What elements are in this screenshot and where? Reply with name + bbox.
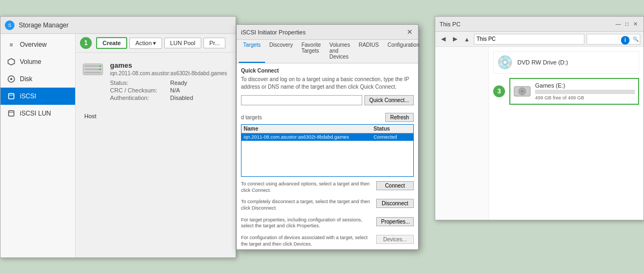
iscsi-icon bbox=[7, 92, 16, 100]
dialog-titlebar: iSCSI Initiator Properties ✕ bbox=[237, 25, 418, 40]
dialog-title: iSCSI Initiator Properties bbox=[241, 29, 305, 35]
search-icon: 🔍 bbox=[633, 37, 639, 42]
info-badge: i bbox=[621, 36, 630, 45]
quick-connect-row: Quick Connect... bbox=[241, 95, 414, 105]
lun-pool-button[interactable]: LUN Pool bbox=[164, 38, 201, 48]
window-controls: — □ ✕ bbox=[614, 20, 639, 28]
forward-button[interactable]: ▶ bbox=[450, 34, 460, 44]
action-button[interactable]: Action ▾ bbox=[129, 38, 162, 49]
sidebar-item-iscsi-lun[interactable]: iSCSI LUN bbox=[1, 105, 75, 122]
more-button[interactable]: Pr... bbox=[203, 38, 226, 48]
target-status: Connected bbox=[374, 134, 411, 140]
quick-connect-button[interactable]: Quick Connect... bbox=[364, 95, 414, 105]
step1-badge: 1 bbox=[80, 37, 92, 49]
connect-button[interactable]: Connect bbox=[376, 181, 414, 190]
disconnect-action-row: To completely disconnect a target, selec… bbox=[241, 199, 414, 212]
iscsi-lun-icon bbox=[7, 109, 16, 118]
desktop: S Storage Manager ≡ Overview Volume bbox=[0, 0, 644, 273]
connect-desc: To connect using advanced options, selec… bbox=[241, 181, 372, 193]
back-button[interactable]: ◀ bbox=[438, 34, 448, 44]
iscsi-item: games iqn.2011-08.com.asustor:as6302t-8b… bbox=[80, 57, 231, 106]
dialog-tabs: Targets Discovery Favorite Targets Volum… bbox=[237, 40, 418, 63]
close-button[interactable]: ✕ bbox=[632, 20, 639, 28]
minimize-button[interactable]: — bbox=[614, 20, 622, 28]
dvd-drive-item[interactable]: 💿 DVD RW Drive (D:) bbox=[493, 51, 639, 74]
auth-label: Authentication: bbox=[110, 95, 169, 101]
disconnect-desc: To completely disconnect a target, selec… bbox=[241, 199, 372, 211]
maximize-button[interactable]: □ bbox=[623, 20, 631, 28]
storage-manager-body: ≡ Overview Volume Disk bbox=[1, 34, 236, 257]
iscsi-props: Status: Ready CRC / Checksum: N/A Authen… bbox=[110, 80, 229, 101]
address-bar[interactable] bbox=[474, 34, 584, 45]
dialog-close-button[interactable]: ✕ bbox=[405, 28, 414, 37]
svg-rect-9 bbox=[84, 68, 101, 70]
properties-action-row: For target properties, including configu… bbox=[241, 217, 414, 231]
targets-table-header: Name Status bbox=[241, 125, 413, 133]
explorer-content: 💿 DVD RW Drive (D:) 3 bbox=[435, 47, 643, 220]
step3-badge: 3 bbox=[493, 85, 505, 97]
host-section: Host bbox=[80, 110, 231, 122]
status-value: Ready bbox=[170, 80, 229, 86]
refresh-button[interactable]: Refresh bbox=[385, 113, 414, 122]
quick-connect-input[interactable] bbox=[241, 95, 362, 105]
tab-radius[interactable]: RADIUS bbox=[354, 40, 383, 63]
targets-table-body: iqn.2011-08.com.asustor:as6302t-8bdabd.g… bbox=[241, 133, 413, 176]
file-explorer-window: This PC — □ ✕ ◀ ▶ ▲ 🔍 i bbox=[435, 16, 644, 220]
storage-manager-title: Storage Manager bbox=[19, 21, 69, 29]
disk-icon bbox=[7, 75, 16, 83]
create-button[interactable]: Create bbox=[96, 37, 127, 49]
iscsi-dialog: iSCSI Initiator Properties ✕ Targets Dis… bbox=[236, 24, 419, 250]
svg-rect-5 bbox=[9, 111, 14, 116]
games-drive-details: Games (E:) 499 GB free of 499 GB bbox=[535, 82, 635, 100]
iscsi-name: games bbox=[110, 61, 229, 69]
dvd-drive-details: DVD RW Drive (D:) bbox=[517, 59, 635, 66]
storage-manager-window: S Storage Manager ≡ Overview Volume bbox=[0, 16, 236, 258]
games-drive-item[interactable]: Games (E:) 499 GB free of 499 GB bbox=[509, 78, 639, 105]
toolbar: 1 Create Action ▾ LUN Pool Pr... bbox=[76, 34, 236, 53]
tab-configuration[interactable]: Configuration bbox=[383, 40, 423, 63]
explorer-sidebar bbox=[435, 47, 489, 220]
svg-marker-0 bbox=[8, 59, 14, 65]
target-row[interactable]: iqn.2011-08.com.asustor:as6302t-8bdabd.g… bbox=[241, 133, 413, 141]
discovered-targets-label: d targets bbox=[241, 114, 262, 120]
sidebar-item-volume[interactable]: Volume bbox=[1, 53, 75, 70]
overview-icon: ≡ bbox=[7, 40, 16, 49]
search-input[interactable] bbox=[587, 34, 640, 45]
tab-discovery[interactable]: Discovery bbox=[265, 40, 297, 63]
up-button[interactable]: ▲ bbox=[462, 34, 472, 44]
quick-connect-title: Quick Connect bbox=[241, 68, 414, 74]
games-drive-bar bbox=[535, 90, 635, 94]
disconnect-button[interactable]: Disconnect bbox=[376, 199, 414, 208]
svg-rect-10 bbox=[84, 71, 101, 74]
dialog-body: Quick Connect To discover and log on to … bbox=[237, 63, 418, 249]
devices-button[interactable]: Devices... bbox=[376, 235, 414, 244]
properties-button[interactable]: Properties... bbox=[376, 217, 414, 226]
svg-point-2 bbox=[10, 78, 12, 80]
main-content: 1 Create Action ▾ LUN Pool Pr... bbox=[76, 34, 236, 257]
iscsi-iqn: iqn.2011-08.com.asustor:as6302t-8bdabd.g… bbox=[110, 70, 229, 76]
action-buttons: To connect using advanced options, selec… bbox=[241, 181, 414, 249]
hdd-icon bbox=[514, 85, 531, 98]
iscsi-details: games iqn.2011-08.com.asustor:as6302t-8b… bbox=[110, 61, 229, 101]
app-icon: S bbox=[5, 20, 14, 30]
tab-volumes[interactable]: Volumes and Devices bbox=[325, 40, 354, 63]
sidebar-item-disk[interactable]: Disk bbox=[1, 70, 75, 88]
svg-rect-8 bbox=[84, 65, 101, 67]
host-label: Host bbox=[84, 113, 97, 119]
explorer-titlebar: This PC — □ ✕ bbox=[435, 17, 643, 32]
svg-rect-3 bbox=[9, 94, 14, 99]
explorer-title: This PC bbox=[440, 21, 460, 27]
tab-targets[interactable]: Targets bbox=[239, 40, 265, 63]
target-name: iqn.2011-08.com.asustor:as6302t-8bdabd.g… bbox=[244, 134, 374, 140]
svg-point-12 bbox=[100, 69, 101, 70]
sidebar-item-iscsi[interactable]: iSCSI bbox=[1, 88, 75, 105]
auth-value: Disabled bbox=[170, 95, 229, 101]
games-drive-free: 499 GB free of 499 GB bbox=[535, 95, 635, 100]
iscsi-item-icon bbox=[82, 61, 104, 77]
explorer-toolbar: ◀ ▶ ▲ 🔍 i bbox=[435, 32, 643, 47]
games-drive-name: Games (E:) bbox=[535, 82, 635, 89]
dvd-drive-name: DVD RW Drive (D:) bbox=[517, 59, 635, 66]
sidebar-item-overview[interactable]: ≡ Overview bbox=[1, 36, 75, 53]
svg-point-11 bbox=[100, 66, 101, 67]
tab-favorite-targets[interactable]: Favorite Targets bbox=[297, 40, 325, 63]
